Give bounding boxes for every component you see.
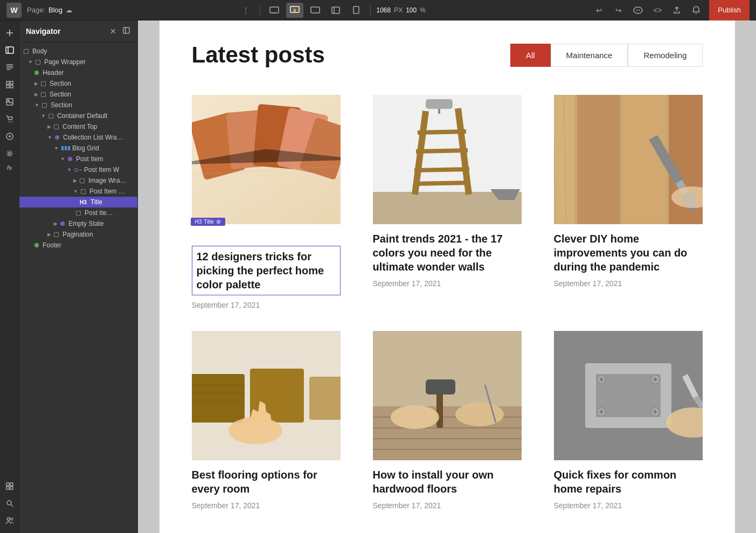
post-date-6: September 17, 2021 — [554, 501, 703, 510]
svg-point-38 — [7, 518, 10, 521]
add-element-button[interactable] — [2, 25, 18, 41]
close-navigator-button[interactable]: ✕ — [109, 26, 117, 37]
list-item[interactable]: How to install your own hardwood floors … — [357, 320, 538, 521]
svg-point-28 — [11, 121, 12, 122]
link-icon — [74, 168, 82, 172]
svg-line-37 — [11, 505, 13, 507]
svg-point-30 — [9, 135, 11, 137]
expand-navigator-button[interactable] — [122, 26, 131, 37]
tree-image-wrap-label: Image Wra… — [88, 177, 126, 184]
tree-title[interactable]: H3 Title — [19, 197, 137, 207]
filter-all-button[interactable]: All — [510, 44, 551, 67]
list-item[interactable]: Paint trends 2021 - the 17 colors you ne… — [357, 84, 538, 320]
publish-button[interactable]: Publish — [709, 0, 750, 20]
tree-footer[interactable]: Footer — [19, 240, 137, 251]
svg-point-27 — [9, 121, 10, 122]
redo-button[interactable]: ↪ — [610, 3, 627, 18]
list-item[interactable]: Quick fixes for common home repairs Sept… — [538, 320, 719, 521]
svg-point-31 — [8, 153, 11, 155]
box-icon — [41, 81, 46, 86]
tree-post-item[interactable]: ▼ Post Item — [19, 154, 137, 164]
code-view-button[interactable]: <> — [649, 3, 666, 18]
tree-post-ite2[interactable]: Post Ite… — [19, 207, 137, 218]
webflow-logo[interactable]: W — [6, 3, 22, 18]
post-title-4: Best flooring options for every room — [192, 468, 341, 496]
filter-remodeling-button[interactable]: Remodeling — [628, 44, 702, 67]
post-title-2: Paint trends 2021 - the 17 colors you ne… — [373, 232, 522, 274]
blog-filters: Latest posts All Maintenance Remodeling — [192, 42, 703, 68]
tree-pagination[interactable]: ▶ Pagination — [19, 229, 137, 240]
arrow-icon: ▼ — [73, 189, 78, 194]
filter-maintenance-button[interactable]: Maintenance — [551, 44, 628, 67]
main-layout: fs Navigator ✕ — [0, 20, 756, 533]
tree-post-item-w-label: Post Item W — [84, 166, 119, 174]
svg-rect-40 — [123, 27, 129, 33]
svg-rect-74 — [309, 377, 341, 420]
arrow-icon: ▶ — [73, 178, 77, 183]
post-date-2: September 17, 2021 — [373, 279, 522, 288]
tree-header[interactable]: Header — [19, 67, 137, 78]
tree-section3-label: Section — [51, 101, 72, 109]
list-item[interactable]: Clever DIY home improvements you can do … — [538, 84, 719, 320]
svg-point-36 — [7, 501, 11, 505]
components-button[interactable] — [2, 77, 18, 93]
list-item[interactable]: Best flooring options for every room Sep… — [176, 320, 357, 521]
settings-button[interactable] — [2, 146, 18, 162]
top-bar-right: ↩ ↪ <> Publish — [591, 0, 750, 20]
interactions-button[interactable] — [2, 128, 18, 144]
panel-view-button[interactable] — [327, 3, 344, 18]
tree-body[interactable]: Body — [19, 46, 137, 57]
undo-button[interactable]: ↩ — [591, 3, 608, 18]
filter-buttons: All Maintenance Remodeling — [510, 44, 703, 67]
tree-section2[interactable]: ▶ Section — [19, 89, 137, 100]
tablet-view-button[interactable] — [348, 3, 365, 18]
tree-image-wrap[interactable]: ▶ Image Wra… — [19, 175, 137, 186]
svg-point-9 — [636, 10, 637, 11]
separator2 — [370, 5, 371, 15]
h3-badge-text: H3 — [195, 219, 202, 225]
tree-collection-list[interactable]: ▼ Collection List Wra… — [19, 132, 137, 143]
svg-marker-3 — [293, 8, 297, 12]
collection-dot — [60, 221, 65, 226]
fonts-label[interactable]: fs — [7, 165, 12, 171]
box-icon — [81, 189, 86, 194]
tree-post-item-body-label: Post Item … — [89, 188, 125, 195]
tree-empty-state[interactable]: ▶ Empty State — [19, 218, 137, 229]
notifications-button[interactable] — [688, 3, 705, 18]
separator — [260, 5, 260, 15]
post-date-1: September 17, 2021 — [192, 301, 341, 309]
tree-content-top[interactable]: ▶ Content Top — [19, 121, 137, 132]
tree-section3[interactable]: ▼ Section — [19, 100, 137, 110]
apps-button[interactable] — [2, 478, 18, 494]
svg-point-10 — [637, 10, 639, 11]
arrow-icon: ▶ — [34, 81, 38, 86]
tree-post-item-w[interactable]: ▼ Post Item W — [19, 164, 137, 175]
text-button[interactable] — [2, 59, 18, 75]
tree-blog-grid[interactable]: ▼ Blog Grid — [19, 143, 137, 154]
top-bar-center: ⋮ 1068 PX 100 % — [237, 3, 425, 18]
svg-point-87 — [391, 405, 439, 429]
tree-page-wrapper[interactable]: ▼ Page Wrapper — [19, 57, 137, 67]
ecommerce-button[interactable] — [2, 111, 18, 127]
layout-view-button[interactable] — [307, 3, 324, 18]
media-button[interactable] — [2, 94, 18, 110]
blog-title: Latest posts — [192, 42, 325, 68]
box-icon — [42, 103, 47, 108]
export-button[interactable] — [668, 3, 685, 18]
tree-post-item-body[interactable]: ▼ Post Item … — [19, 186, 137, 197]
users-button[interactable] — [2, 513, 18, 529]
list-item[interactable]: H3 Title ⚙ 12 designers tricks for picki… — [176, 84, 357, 320]
tree-section1[interactable]: ▶ Section — [19, 78, 137, 89]
box-icon — [36, 60, 40, 65]
tree-container-default[interactable]: ▼ Container Default — [19, 110, 137, 121]
post-image-1 — [192, 95, 341, 224]
more-options-button[interactable]: ⋮ — [237, 3, 254, 18]
comments-button[interactable] — [629, 3, 647, 18]
navigator-button[interactable] — [2, 42, 18, 58]
svg-rect-32 — [6, 487, 9, 489]
starred-view-button[interactable] — [286, 3, 303, 18]
svg-line-54 — [416, 150, 468, 151]
svg-rect-7 — [353, 6, 359, 13]
search-button[interactable] — [2, 495, 18, 511]
desktop-view-button[interactable] — [266, 3, 283, 18]
